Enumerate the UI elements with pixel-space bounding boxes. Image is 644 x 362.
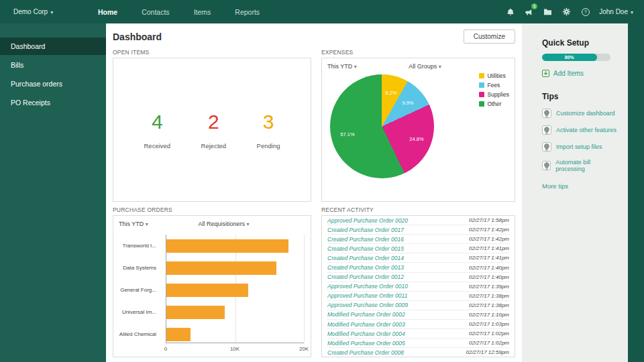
- chevron-down-icon: [439, 63, 441, 70]
- nav-home[interactable]: Home: [98, 8, 117, 16]
- legend-label: Utilities: [487, 72, 505, 79]
- tip-automate-bill-processing[interactable]: Automate bill processing: [542, 159, 617, 172]
- help-glyph: ?: [582, 8, 590, 16]
- bar-row: [166, 279, 304, 301]
- customize-button[interactable]: Customize: [464, 29, 515, 44]
- legend-item: Supplies: [479, 91, 509, 98]
- top-nav-bar: Demo Corp Home Contacts Items Reports 5 …: [0, 0, 644, 23]
- activity-time: 02/27/17 1:42pm: [469, 236, 509, 242]
- po-period-filter[interactable]: This YTD: [119, 221, 148, 227]
- activity-row: Approved Purchase Order 001002/27/17 1:3…: [327, 282, 509, 292]
- nav-reports[interactable]: Reports: [235, 8, 260, 16]
- bell-icon[interactable]: [505, 7, 515, 17]
- lightbulb-icon: [542, 109, 551, 118]
- pie-slice-label: 8.2%: [385, 90, 396, 96]
- stat-received-label: Received: [144, 142, 171, 149]
- legend-swatch-utilities: [479, 73, 484, 78]
- activity-link[interactable]: Modified Purchase Order 0005: [327, 340, 405, 347]
- activity-time: 02/27/17 1:39pm: [469, 284, 509, 290]
- plus-icon: +: [542, 70, 549, 77]
- sidebar-item-bills[interactable]: Bills: [0, 56, 106, 74]
- activity-row: Created Purchase Order 001202/27/17 1:40…: [327, 273, 509, 282]
- purchase-orders-box: This YTD All Requisitioners Transworld I…: [113, 215, 311, 357]
- company-selector[interactable]: Demo Corp: [0, 8, 89, 15]
- tip-import-setup-files[interactable]: Import setup files: [542, 142, 617, 152]
- user-menu[interactable]: John Doe: [599, 8, 633, 15]
- x-tick: 0: [164, 346, 167, 352]
- x-tick: 10K: [230, 346, 239, 352]
- right-panel: Quick Setup 80% + Add Items Tips Customi…: [522, 23, 628, 362]
- chevron-down-icon: [354, 63, 357, 70]
- bar-row: [166, 235, 304, 257]
- activity-link[interactable]: Approved Purchase Order 0009: [327, 302, 408, 308]
- activity-row: Approved Purchase Order 000902/27/17 1:3…: [327, 301, 509, 310]
- activity-link[interactable]: Modified Purchase Order 0002: [327, 311, 405, 318]
- activity-time: 02/27/17 1:41pm: [469, 245, 509, 251]
- expenses-period-value: This YTD: [327, 63, 352, 70]
- expenses-group-value: All Groups: [409, 63, 437, 70]
- expenses-group-filter[interactable]: All Groups: [409, 63, 441, 70]
- notification-badge: 5: [531, 3, 537, 9]
- announcements-icon[interactable]: 5: [524, 7, 534, 17]
- activity-link[interactable]: Created Purchase Order 0012: [327, 274, 404, 280]
- activity-time: 02/27/17 1:58pm: [469, 217, 509, 223]
- activity-link[interactable]: Created Purchase Order 0013: [327, 264, 404, 271]
- activity-link[interactable]: Created Purchase Order 0014: [327, 255, 404, 261]
- chevron-down-icon: [146, 221, 148, 227]
- tip-customize-dashboard[interactable]: Customize dashboard: [542, 109, 617, 118]
- chevron-down-icon: [631, 8, 633, 15]
- help-icon[interactable]: ?: [580, 7, 590, 17]
- expenses-title: EXPENSES: [321, 49, 515, 56]
- activity-link[interactable]: Created Purchase Order 0017: [327, 227, 404, 233]
- po-category-label: Data Systems: [119, 257, 160, 279]
- pie-slice-label: 57.1%: [340, 131, 354, 137]
- tip-label: Import setup files: [556, 143, 602, 150]
- activity-row: Created Purchase Order 001302/27/17 1:40…: [327, 263, 509, 272]
- activity-link[interactable]: Approved Purchase Order 0010: [327, 283, 408, 290]
- activity-row: Created Purchase Order 000802/27/17 12:5…: [327, 348, 509, 357]
- activity-link[interactable]: Approved Purchase Order 0020: [327, 217, 408, 224]
- activity-link[interactable]: Approved Purchase Order 0011: [327, 292, 407, 299]
- legend-label: Other: [487, 101, 501, 107]
- lightbulb-icon: [542, 161, 551, 170]
- sidebar-item-purchase-orders[interactable]: Purchase orders: [0, 75, 106, 93]
- sidebar-item-dashboard[interactable]: Dashboard: [0, 38, 106, 55]
- activity-time: 02/27/17 1:38pm: [469, 302, 509, 308]
- expenses-period-filter[interactable]: This YTD: [327, 63, 357, 70]
- activity-link[interactable]: Modified Purchase Order 0004: [327, 330, 405, 337]
- activity-link[interactable]: Created Purchase Order 0016: [327, 236, 404, 243]
- activity-link[interactable]: Modified Purchase Order 0003: [327, 321, 405, 328]
- po-bar: [166, 328, 191, 341]
- legend-item: Fees: [479, 82, 509, 88]
- po-requisitioner-filter[interactable]: All Requisitioners: [198, 221, 249, 227]
- add-items-label: Add Items: [553, 70, 584, 77]
- nav-items[interactable]: Items: [194, 8, 211, 16]
- pie-slice-label: 9.9%: [402, 100, 413, 106]
- nav-contacts[interactable]: Contacts: [142, 8, 169, 16]
- chevron-down-icon: [50, 8, 53, 15]
- page-title: Dashboard: [113, 32, 162, 42]
- expenses-panel: EXPENSES This YTD All Groups Utilities F…: [321, 47, 515, 202]
- legend-label: Fees: [487, 82, 500, 88]
- pie-slice-label: 24.8%: [409, 136, 423, 142]
- activity-row: Modified Purchase Order 000402/27/17 1:0…: [327, 329, 509, 339]
- gear-icon[interactable]: [561, 7, 572, 17]
- tip-label: Automate bill processing: [555, 159, 617, 172]
- recent-activity-box: Approved Purchase Order 002002/27/17 1:5…: [321, 215, 515, 357]
- activity-link[interactable]: Created Purchase Order 0015: [327, 245, 404, 252]
- activity-time: 02/27/17 1:42pm: [469, 227, 509, 233]
- tip-activate-features[interactable]: Activate other features: [542, 125, 617, 135]
- activity-link[interactable]: Created Purchase Order 0008: [327, 349, 404, 356]
- expenses-pie-chart: [330, 74, 434, 178]
- bar-row: [166, 257, 304, 279]
- po-category-label: General Forg...: [119, 279, 160, 301]
- page-header: Dashboard Customize: [113, 29, 515, 44]
- po-category-label: Transworld I...: [119, 235, 160, 257]
- stat-pending-value: 3: [257, 111, 280, 133]
- sidebar-item-po-receipts[interactable]: PO Receipts: [0, 94, 106, 111]
- more-tips-link[interactable]: More tips: [542, 182, 617, 190]
- add-items-link[interactable]: + Add Items: [542, 70, 617, 77]
- activity-row: Approved Purchase Order 001102/27/17 1:3…: [327, 292, 509, 301]
- po-bar: [166, 284, 248, 297]
- folder-icon[interactable]: [543, 7, 553, 17]
